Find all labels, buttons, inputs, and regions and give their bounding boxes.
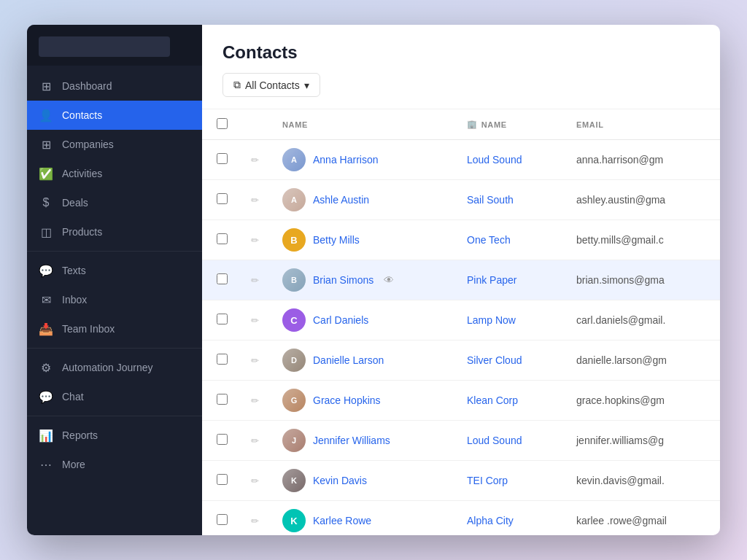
sidebar-item-activities[interactable]: ✅ Activities: [27, 159, 202, 188]
company-name[interactable]: Loud Sound: [467, 154, 522, 166]
sidebar-label-reports: Reports: [62, 429, 98, 441]
edit-icon[interactable]: ✏: [251, 475, 259, 486]
sidebar-item-reports[interactable]: 📊 Reports: [27, 421, 202, 450]
row-checkbox[interactable]: [217, 153, 228, 164]
sidebar-item-texts[interactable]: 💬 Texts: [27, 256, 202, 285]
company-name[interactable]: Loud Sound: [467, 435, 522, 446]
name-cell: AAnna Harrison: [271, 140, 455, 180]
edit-icon[interactable]: ✏: [251, 275, 259, 286]
row-checkbox[interactable]: [217, 514, 228, 525]
sidebar-label-automation: Automation Journey: [62, 362, 153, 373]
contact-name[interactable]: Betty Mills: [313, 234, 360, 246]
contact-name[interactable]: Brian Simons: [313, 274, 374, 286]
header-name: NAME: [271, 109, 455, 140]
name-cell: BBrian Simons👁: [271, 260, 455, 300]
company-cell: Pink Paper: [455, 260, 565, 300]
email-cell: karlee .rowe@gmail: [565, 501, 720, 536]
row-checkbox-cell: [202, 421, 239, 461]
row-checkbox-cell: [202, 140, 239, 180]
contact-name[interactable]: Jennifer Williams: [313, 435, 390, 446]
row-checkbox[interactable]: [217, 233, 228, 244]
edit-icon[interactable]: ✏: [251, 516, 259, 526]
sidebar-item-team-inbox[interactable]: 📥 Team Inbox: [27, 314, 202, 343]
deals-icon: $: [39, 195, 53, 210]
email-text: danielle.larson@gm: [576, 354, 667, 366]
filter-button[interactable]: ⧉ All Contacts ▾: [222, 73, 320, 97]
email-cell: ashley.austin@gma: [565, 180, 720, 220]
name-cell: GGrace Hopkins: [271, 381, 455, 421]
avatar: K: [282, 509, 306, 532]
company-name[interactable]: Alpha City: [467, 515, 514, 526]
row-checkbox[interactable]: [217, 394, 228, 405]
header-actions-col: [239, 109, 271, 140]
sidebar-item-products[interactable]: ◫ Products: [27, 217, 202, 246]
email-cell: jennifer.williams@g: [565, 421, 720, 461]
edit-icon[interactable]: ✏: [251, 395, 259, 406]
edit-icon[interactable]: ✏: [251, 155, 259, 166]
company-name[interactable]: Sail South: [467, 194, 514, 206]
company-name[interactable]: Pink Paper: [467, 274, 516, 286]
row-checkbox-cell: [202, 461, 239, 501]
sidebar-item-contacts[interactable]: 👤 Contacts: [27, 101, 202, 130]
sidebar-item-companies[interactable]: ⊞ Companies: [27, 130, 202, 159]
sidebar-item-chat[interactable]: 💬 Chat: [27, 382, 202, 411]
contact-name[interactable]: Kevin Davis: [313, 475, 367, 486]
contact-name[interactable]: Anna Harrison: [313, 154, 379, 166]
edit-icon[interactable]: ✏: [251, 355, 259, 366]
name-cell: KKevin Davis: [271, 461, 455, 501]
contacts-table-container: NAME 🏢 NAME EMAIL ✏AA: [202, 109, 720, 535]
edit-cell: ✏: [239, 381, 271, 421]
main-content: Contacts ⧉ All Contacts ▾: [202, 25, 720, 535]
email-text: carl.daniels@gmail.: [576, 314, 665, 326]
companies-icon: ⊞: [39, 137, 53, 152]
email-text: kevin.davis@gmail.: [576, 475, 665, 486]
contact-name[interactable]: Grace Hopkins: [313, 394, 381, 406]
sidebar-logo: [39, 36, 170, 57]
company-cell: Klean Corp: [455, 381, 565, 421]
row-checkbox[interactable]: [217, 354, 228, 365]
table-row: ✏KKevin DavisTEI Corpkevin.davis@gmail.: [202, 461, 720, 501]
sidebar-label-team-inbox: Team Inbox: [62, 323, 115, 335]
table-row: ✏AAshle AustinSail Southashley.austin@gm…: [202, 180, 720, 220]
divider-2: [27, 348, 202, 349]
edit-icon[interactable]: ✏: [251, 315, 259, 326]
company-cell: Loud Sound: [455, 140, 565, 180]
edit-cell: ✏: [239, 180, 271, 220]
sidebar-item-more[interactable]: ⋯ More: [27, 450, 202, 479]
company-cell: Lamp Now: [455, 300, 565, 341]
row-checkbox[interactable]: [217, 474, 228, 485]
sidebar-label-products: Products: [62, 226, 102, 238]
row-checkbox[interactable]: [217, 434, 228, 445]
table-row: ✏AAnna HarrisonLoud Soundanna.harrison@g…: [202, 140, 720, 180]
row-checkbox[interactable]: [217, 273, 228, 284]
company-name[interactable]: Lamp Now: [467, 314, 516, 326]
avatar: G: [282, 389, 306, 412]
edit-icon[interactable]: ✏: [251, 235, 259, 246]
select-all-checkbox[interactable]: [217, 118, 228, 129]
company-cell: Loud Sound: [455, 421, 565, 461]
sidebar-item-dashboard[interactable]: ⊞ Dashboard: [27, 71, 202, 101]
edit-cell: ✏: [239, 501, 271, 536]
dashboard-icon: ⊞: [39, 79, 53, 93]
contact-name[interactable]: Carl Daniels: [313, 314, 368, 326]
sidebar-item-inbox[interactable]: ✉ Inbox: [27, 285, 202, 314]
edit-icon[interactable]: ✏: [251, 435, 259, 446]
row-checkbox[interactable]: [217, 314, 228, 324]
company-name[interactable]: Silver Cloud: [467, 354, 522, 366]
edit-icon[interactable]: ✏: [251, 195, 259, 206]
table-row: ✏BBrian Simons👁Pink Paperbrian.simons@gm…: [202, 260, 720, 300]
reports-icon: 📊: [39, 428, 53, 443]
page-title: Contacts: [222, 42, 700, 63]
edit-cell: ✏: [239, 421, 271, 461]
company-name[interactable]: TEI Corp: [467, 475, 508, 486]
contact-name[interactable]: Danielle Larson: [313, 354, 384, 366]
company-name[interactable]: One Tech: [467, 234, 511, 246]
eye-icon[interactable]: 👁: [384, 274, 394, 286]
sidebar-item-deals[interactable]: $ Deals: [27, 188, 202, 217]
contact-name[interactable]: Ashle Austin: [313, 194, 369, 206]
sidebar-item-automation[interactable]: ⚙ Automation Journey: [27, 353, 202, 382]
row-checkbox[interactable]: [217, 193, 228, 204]
contact-name[interactable]: Karlee Rowe: [313, 515, 371, 526]
company-name[interactable]: Klean Corp: [467, 394, 518, 406]
edit-cell: ✏: [239, 341, 271, 381]
